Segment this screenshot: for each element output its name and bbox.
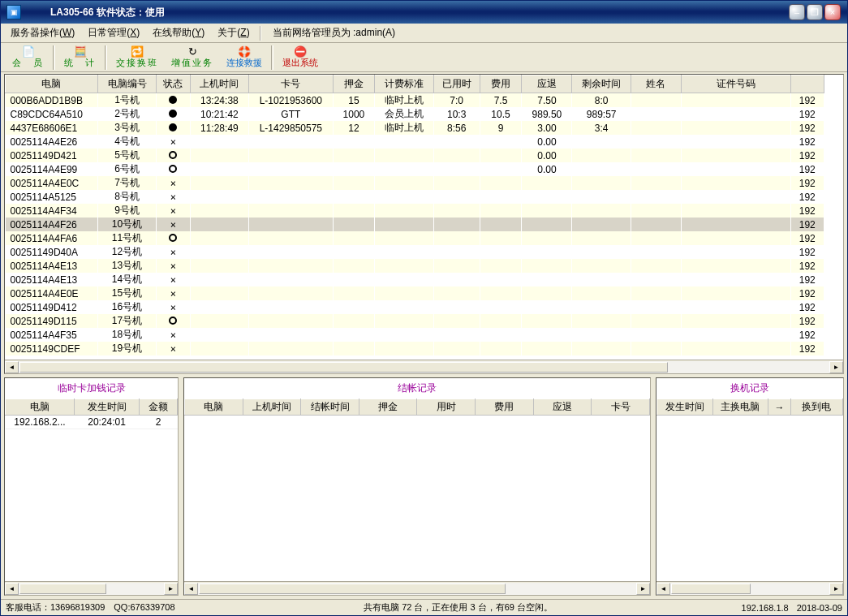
table-cell xyxy=(249,231,333,245)
scroll-right-button[interactable]: ► xyxy=(164,583,178,595)
settle-scrollbar[interactable]: ◄ ► xyxy=(184,581,650,595)
column-header[interactable]: 发生时间 xyxy=(656,399,712,416)
column-header[interactable]: 状态 xyxy=(157,75,190,93)
horizontal-scrollbar[interactable]: ◄ ► xyxy=(5,360,843,373)
column-header[interactable]: 电脑 xyxy=(6,399,75,416)
column-header[interactable]: 电脑 xyxy=(185,399,243,416)
restore-button[interactable]: ❐ xyxy=(807,4,823,20)
table-cell: 3.00 xyxy=(522,121,572,135)
switch-scrollbar[interactable]: ◄ ► xyxy=(656,581,843,595)
column-header[interactable]: 电脑 xyxy=(6,75,98,93)
toolbar-rescue-button[interactable]: 🛟 连接救援 xyxy=(220,45,269,71)
menu-about[interactable]: 关于(Z) xyxy=(213,24,254,41)
main-table-scroll[interactable]: 电脑电脑编号状态上机时间卡号押金计费标准已用时费用应退剩余时间姓名证件号码 00… xyxy=(5,75,843,360)
menu-daily-mgmt[interactable]: 日常管理(X) xyxy=(83,24,144,41)
column-header[interactable]: 电脑编号 xyxy=(97,75,156,93)
table-row[interactable]: 000B6ADD1B9B1号机13:24:38L-102195360015临时上… xyxy=(6,93,824,108)
table-cell: L-1021953600 xyxy=(249,93,333,108)
table-row[interactable]: 0025114A51258号机×192 xyxy=(6,190,824,204)
toolbar-member-button[interactable]: 📄 会 员 xyxy=(6,45,50,71)
column-header[interactable]: 卡号 xyxy=(249,75,333,93)
scroll-thumb[interactable] xyxy=(19,362,668,373)
table-cell: 00251149D40A xyxy=(6,245,98,259)
scroll-left-button[interactable]: ◄ xyxy=(5,583,19,595)
table-row[interactable]: 00251149CDEF19号机×192 xyxy=(6,342,824,355)
column-header[interactable]: 应退 xyxy=(533,399,592,416)
toolbar-stats-button[interactable]: 🧮 统 计 xyxy=(58,45,102,71)
column-header[interactable]: 姓名 xyxy=(631,75,681,93)
scroll-right-button[interactable]: ► xyxy=(829,361,843,373)
table-cell: × xyxy=(157,273,190,286)
column-header[interactable]: 结帐时间 xyxy=(301,399,359,416)
table-cell xyxy=(522,245,572,259)
table-cell xyxy=(572,273,631,286)
column-header[interactable]: 剩余时间 xyxy=(572,75,631,93)
table-cell: 000B6ADD1B9B xyxy=(6,93,98,108)
column-header[interactable]: 费用 xyxy=(480,75,522,93)
table-row[interactable]: 0025114A4E996号机0.00192 xyxy=(6,162,824,176)
column-header[interactable]: 上机时间 xyxy=(243,399,301,416)
status-summary: 共有电脑 72 台，正在使用 3 台，有69 台空闲。 xyxy=(183,601,734,614)
column-header[interactable]: 发生时间 xyxy=(74,399,140,416)
column-header[interactable]: 押金 xyxy=(333,75,375,93)
toolbar-valueadd-button[interactable]: ↻ 增值业务 xyxy=(165,45,220,71)
table-row[interactable]: 00251149D11517号机192 xyxy=(6,314,824,328)
column-header[interactable]: 已用时 xyxy=(433,75,480,93)
menu-online-help[interactable]: 在线帮助(Y) xyxy=(148,24,209,41)
table-row[interactable]: 0025114A4E0E15号机×192 xyxy=(6,286,824,300)
scroll-left-button[interactable]: ◄ xyxy=(5,361,19,373)
column-header[interactable]: 应退 xyxy=(522,75,572,93)
table-cell xyxy=(190,204,248,218)
menu-server-ops[interactable]: 服务器操作(W) xyxy=(6,24,80,41)
temp-scrollbar[interactable]: ◄ ► xyxy=(5,581,178,595)
table-cell xyxy=(681,121,790,135)
table-row[interactable]: 0025114A4E264号机×0.00192 xyxy=(6,135,824,149)
scroll-left-button[interactable]: ◄ xyxy=(656,583,670,595)
table-cell xyxy=(681,149,790,162)
table-row[interactable]: 00251149D4215号机0.00192 xyxy=(6,149,824,162)
table-row[interactable]: 0025114A4F3518号机×192 xyxy=(6,328,824,342)
table-row[interactable]: 4437E68606E13号机11:28:49L-142985057512临时上… xyxy=(6,121,824,135)
column-header[interactable]: 证件号码 xyxy=(681,75,790,93)
table-cell: 192 xyxy=(790,245,824,259)
table-cell xyxy=(631,218,681,231)
table-row[interactable]: 00251149D40A12号机×192 xyxy=(6,245,824,259)
column-header[interactable]: 费用 xyxy=(476,399,534,416)
table-row[interactable]: 00251149D41216号机×192 xyxy=(6,300,824,314)
scroll-right-button[interactable]: ► xyxy=(636,583,650,595)
column-header[interactable]: → xyxy=(768,399,790,416)
column-header[interactable]: 换到电 xyxy=(790,399,842,416)
table-row[interactable]: 0025114A4FA611号机192 xyxy=(6,231,824,245)
column-header[interactable]: 主换电脑 xyxy=(712,399,768,416)
column-header[interactable]: 用时 xyxy=(417,399,476,416)
table-cell: GTT xyxy=(249,107,333,121)
minimize-button[interactable]: – xyxy=(789,4,805,20)
table-row[interactable]: 0025114A4E0C7号机×192 xyxy=(6,176,824,190)
column-header[interactable]: 计费标准 xyxy=(375,75,433,93)
scroll-track[interactable] xyxy=(19,361,829,373)
table-cell xyxy=(333,231,375,245)
table-cell xyxy=(375,218,433,231)
settle-table: 电脑上机时间结帐时间押金用时费用应退卡号 xyxy=(184,398,650,554)
scroll-right-button[interactable]: ► xyxy=(829,583,843,595)
table-row[interactable]: 192.168.2...20:24:012 xyxy=(6,416,178,429)
table-row[interactable]: 0025114A4E1314号机×192 xyxy=(6,273,824,286)
column-header[interactable]: 押金 xyxy=(359,399,417,416)
toolbar-shift-button[interactable]: 🔁 交接换班 xyxy=(110,45,165,71)
column-header[interactable] xyxy=(790,75,824,93)
column-header[interactable]: 金额 xyxy=(140,399,178,416)
scroll-left-button[interactable]: ◄ xyxy=(184,583,198,595)
table-row[interactable]: 0025114A4E1313号机×192 xyxy=(6,259,824,273)
table-row[interactable]: 0025114A4F2610号机×192 xyxy=(6,218,824,231)
close-button[interactable]: × xyxy=(824,4,841,20)
toolbar-exit-button[interactable]: ⛔ 退出系统 xyxy=(276,45,325,71)
table-row[interactable]: C89CDC64A5102号机10:21:42GTT1000会员上机10:310… xyxy=(6,107,824,121)
table-cell xyxy=(190,190,248,204)
column-header[interactable]: 卡号 xyxy=(592,399,650,416)
menu-admin-label[interactable]: 当前网络管理员为 :admin(A) xyxy=(268,24,400,41)
table-cell xyxy=(631,245,681,259)
column-header[interactable]: 上机时间 xyxy=(190,75,248,93)
table-cell: 12号机 xyxy=(97,245,156,259)
table-row[interactable]: 0025114A4F349号机×192 xyxy=(6,204,824,218)
table-cell: 192 xyxy=(790,286,824,300)
